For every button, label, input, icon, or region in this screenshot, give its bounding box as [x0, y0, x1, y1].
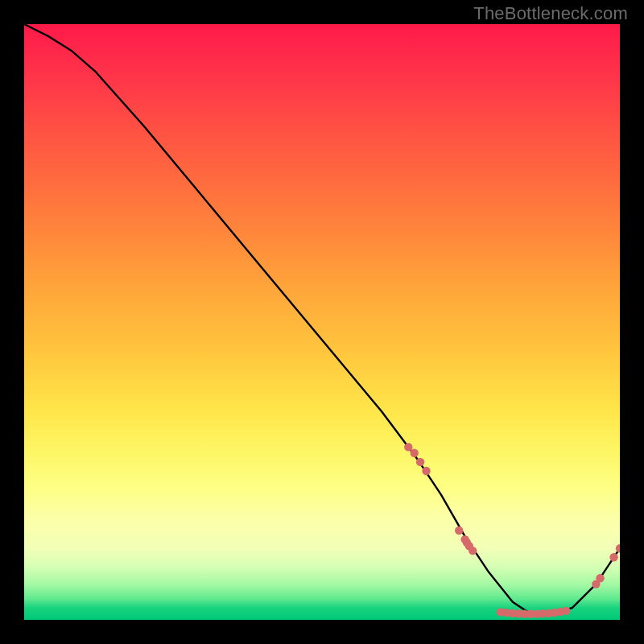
- marker-point: [422, 467, 430, 475]
- marker-point: [562, 607, 570, 615]
- chart-overlay: [24, 24, 620, 620]
- plot-area: [24, 24, 620, 620]
- marker-point: [411, 449, 419, 457]
- chart-frame: TheBottleneck.com: [0, 0, 644, 644]
- watermark-text: TheBottleneck.com: [473, 3, 628, 24]
- marker-point: [609, 553, 617, 561]
- marker-point: [616, 544, 620, 552]
- marker-point: [596, 574, 604, 582]
- marker-point: [469, 547, 477, 555]
- marker-point: [416, 458, 424, 466]
- bottleneck-curve: [24, 24, 620, 614]
- marker-point: [404, 443, 412, 451]
- marker-point: [455, 526, 463, 535]
